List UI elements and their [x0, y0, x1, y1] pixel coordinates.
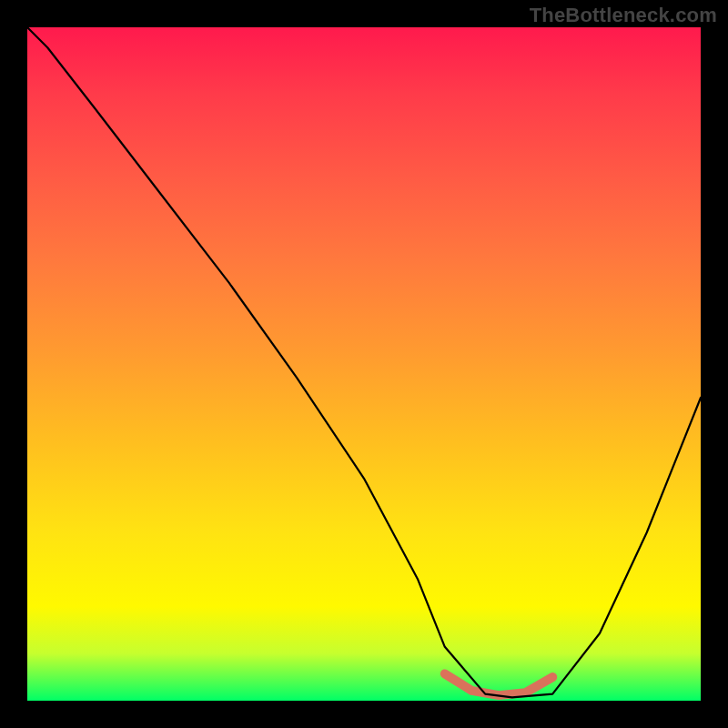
bottleneck-curve-line [27, 27, 701, 697]
watermark-text: TheBottleneck.com [530, 4, 717, 27]
optimal-zone-highlight [445, 673, 552, 695]
plot-area [27, 27, 701, 701]
curve-svg [27, 27, 701, 701]
chart-stage: TheBottleneck.com [0, 0, 728, 728]
